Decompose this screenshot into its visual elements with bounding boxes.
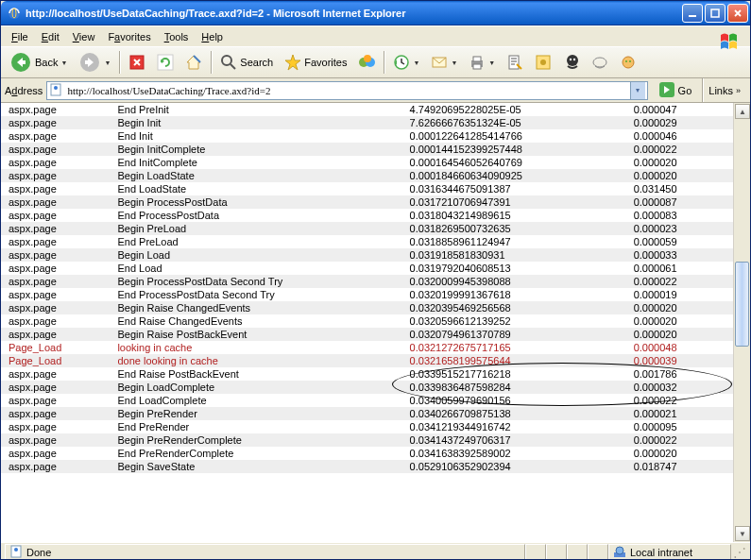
trace-cell-cat: aspx.page: [1, 394, 110, 407]
trace-cell-cat: aspx.page: [1, 195, 110, 209]
chevron-down-icon[interactable]: ▼: [104, 59, 111, 66]
history-button[interactable]: ▼: [388, 50, 424, 75]
menu-file[interactable]: File: [5, 28, 35, 45]
zone-text: Local intranet: [630, 547, 692, 558]
print-button[interactable]: ▼: [464, 50, 500, 75]
links-bar[interactable]: Links »: [702, 78, 746, 102]
trace-row: aspx.pageEnd PreRenderComplete0.03416383…: [1, 447, 733, 460]
trace-cell-t1: 0.000144152399257448: [402, 143, 626, 156]
trace-cell-msg: Begin ProcessPostData Second Try: [110, 275, 401, 288]
minimize-button[interactable]: [682, 4, 703, 23]
toolbar: Back ▼ ▼ Search Favorites ▼ ▼ ▼: [1, 46, 750, 78]
search-icon: [220, 54, 237, 71]
svg-point-31: [14, 548, 18, 552]
trace-cell-t1: 0.0320794961370789: [402, 328, 626, 341]
trace-cell-cat: aspx.page: [1, 407, 110, 420]
trace-cell-t2: 0.000020: [626, 169, 733, 182]
window-title: http://localhost/UseDataCaching/Trace.ax…: [26, 8, 682, 19]
svg-rect-2: [689, 15, 696, 17]
forward-icon: [78, 51, 101, 74]
scroll-down-button[interactable]: ▼: [735, 526, 750, 541]
scroll-thumb[interactable]: [735, 262, 749, 347]
trace-cell-t2: 0.000020: [626, 447, 733, 460]
maximize-button[interactable]: [705, 4, 725, 23]
trace-cell-msg: End ProcessPostData: [110, 209, 401, 222]
favorites-button[interactable]: Favorites: [280, 50, 351, 75]
trace-cell-t2: 0.000020: [626, 156, 733, 169]
trace-cell-msg: done looking in cache: [110, 354, 401, 367]
home-icon: [185, 54, 202, 71]
chevron-down-icon[interactable]: ▼: [451, 59, 457, 66]
edit-button[interactable]: [502, 50, 528, 75]
trace-content[interactable]: aspx.pageEnd PreInit4.74920695228025E-05…: [1, 103, 733, 542]
trace-cell-msg: End LoadState: [110, 182, 401, 195]
trace-cell-t2: 0.000039: [626, 354, 733, 367]
discuss-button[interactable]: [530, 50, 556, 75]
go-button[interactable]: Go: [652, 81, 699, 100]
page-icon: [49, 83, 62, 98]
trace-cell-t2: 0.001786: [626, 367, 733, 381]
trace-cell-t1: 0.0318269500732635: [402, 222, 626, 235]
search-label: Search: [240, 57, 273, 68]
vertical-scrollbar[interactable]: ▲ ▼: [733, 103, 750, 542]
back-button[interactable]: Back ▼: [5, 50, 72, 75]
search-button[interactable]: Search: [215, 50, 278, 75]
home-button[interactable]: [180, 50, 207, 75]
trace-cell-t1: 0.0319792040608513: [402, 262, 626, 275]
trace-cell-t2: 0.018747: [626, 460, 733, 473]
address-input-container[interactable]: ▾: [46, 81, 647, 100]
trace-cell-t1: 0.0340266709875138: [402, 407, 626, 420]
messenger-button[interactable]: [558, 50, 585, 75]
media-button[interactable]: [353, 50, 380, 75]
menu-tools[interactable]: Tools: [158, 28, 196, 45]
trace-cell-t1: 0.0321658199575644: [402, 354, 626, 367]
messenger-icon: [563, 54, 580, 71]
trace-cell-t2: 0.000061: [626, 262, 733, 275]
chevron-down-icon[interactable]: ▼: [488, 59, 495, 66]
scroll-up-button[interactable]: ▲: [735, 104, 750, 119]
trace-cell-cat: aspx.page: [1, 367, 110, 381]
menu-favorites[interactable]: Favorites: [101, 28, 157, 45]
address-input[interactable]: [65, 83, 626, 98]
menu-edit[interactable]: Edit: [35, 28, 66, 45]
chevron-down-icon[interactable]: ▼: [60, 59, 67, 66]
trace-row: aspx.pageBegin LoadState0.00018466063409…: [1, 169, 733, 182]
trace-row: aspx.pageBegin LoadComplete0.03398364875…: [1, 381, 733, 394]
trace-cell-t2: 0.000083: [626, 209, 733, 222]
menu-view[interactable]: View: [66, 28, 102, 45]
page-icon: [9, 545, 23, 560]
refresh-button[interactable]: [152, 50, 179, 75]
trace-row: aspx.pageEnd Raise ChangedEvents0.032059…: [1, 314, 733, 328]
trace-row: aspx.pageBegin SaveState0.05291063529023…: [1, 460, 733, 473]
trace-cell-t1: 7.62666676351324E-05: [402, 116, 626, 129]
trace-cell-cat: aspx.page: [1, 275, 110, 288]
menu-help[interactable]: Help: [195, 28, 230, 45]
zone-icon: [613, 545, 626, 560]
scroll-track[interactable]: [735, 120, 749, 525]
close-button[interactable]: [727, 4, 748, 23]
zone-pane: Local intranet: [608, 544, 731, 561]
trace-cell-msg: looking in cache: [110, 341, 401, 354]
stop-button[interactable]: [124, 50, 150, 75]
trace-cell-cat: aspx.page: [1, 248, 110, 262]
resize-grip[interactable]: ⋰: [731, 550, 746, 555]
trace-cell-t2: 0.000021: [626, 407, 733, 420]
extra-button[interactable]: [615, 50, 641, 75]
mail-button[interactable]: ▼: [426, 50, 462, 75]
address-dropdown[interactable]: ▾: [630, 82, 645, 99]
trace-cell-t1: 0.0529106352902394: [402, 460, 626, 473]
chevron-down-icon[interactable]: ▼: [413, 59, 419, 66]
trace-cell-t1: 4.74920695228025E-05: [402, 103, 626, 116]
research-button[interactable]: [587, 50, 613, 75]
trace-cell-cat: aspx.page: [1, 447, 110, 460]
trace-row: aspx.pageBegin Init7.62666676351324E-050…: [1, 116, 733, 129]
trace-cell-t1: 0.0317210706947391: [402, 195, 626, 209]
trace-cell-msg: End ProcessPostData Second Try: [110, 288, 401, 301]
svg-rect-15: [473, 57, 481, 61]
forward-button[interactable]: ▼: [74, 50, 115, 75]
print-icon: [469, 54, 486, 71]
trace-cell-msg: End PreRenderComplete: [110, 447, 401, 460]
trace-cell-msg: Begin PreRenderComplete: [110, 433, 401, 447]
trace-cell-cat: aspx.page: [1, 182, 110, 195]
trace-cell-t1: 0.0341638392589002: [402, 447, 626, 460]
